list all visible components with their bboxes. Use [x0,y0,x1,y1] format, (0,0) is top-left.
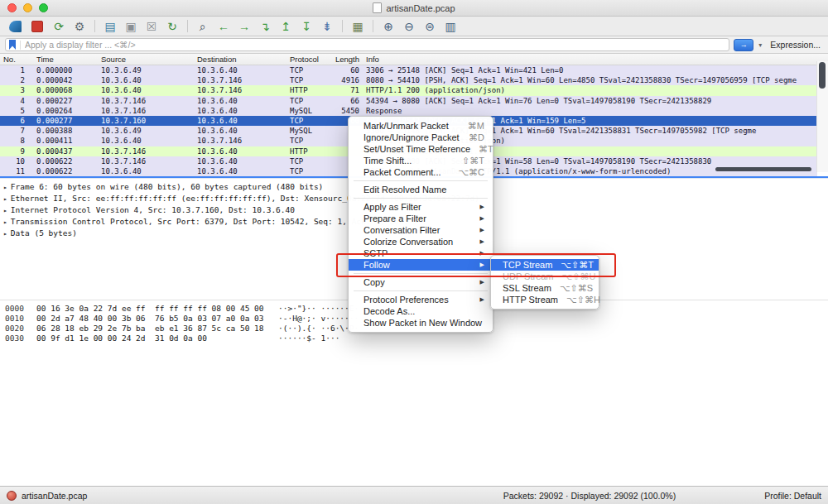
packet-cell-no: 4 [0,96,33,106]
stop-capture-icon[interactable] [31,21,43,32]
menu-item-set-unset-time-reference[interactable]: Set/Unset Time Reference⌘T [349,143,493,155]
status-profile[interactable]: Profile: Default [764,491,821,501]
colorize-packets-icon[interactable]: ▦ [348,18,368,35]
disclosure-triangle-icon[interactable]: ▸ [3,195,7,203]
menu-item-ignore-unignore-packet[interactable]: Ignore/Unignore Packet⌘D [349,132,493,143]
menu-item-label: Protocol Preferences [363,295,474,305]
packet-cell-time: 0.000622 [33,166,101,176]
packet-cell-dst: 10.3.6.40 [197,156,290,166]
hex-offset: 0010 [5,314,36,324]
menu-item-time-shift[interactable]: Time Shift...⇧⌘T [349,155,493,166]
packet-cell-info: 3306 → 25148 [ACK] Seq=1 Ack=1 Win=421 L… [361,65,817,75]
packet-cell-proto: MySQL [290,126,335,136]
disclosure-triangle-icon[interactable]: ▸ [3,230,7,238]
menu-item-sctp[interactable]: SCTP▶ [349,247,493,259]
packet-cell-proto: TCP [290,136,335,146]
menu-item-packet-comment[interactable]: Packet Comment...⌥⌘C [349,166,493,178]
go-last-packet-icon[interactable]: ↧ [296,18,316,35]
column-header-length[interactable]: Length [335,55,361,64]
menu-item-mark-unmark-packet[interactable]: Mark/Unmark Packet⌘M [349,120,493,132]
menu-item-label: Time Shift... [363,156,454,166]
zoom-window-button[interactable] [39,3,48,12]
expression-button[interactable]: Expression... [767,40,823,50]
close-window-button[interactable] [7,3,17,12]
menu-item-label: Apply as Filter [363,202,474,212]
menu-item-label: Mark/Unmark Packet [363,121,460,131]
vertical-scrollbar[interactable] [816,61,828,172]
minimize-window-button[interactable] [23,3,32,12]
menu-item-copy[interactable]: Copy▶ [349,276,493,288]
packet-row[interactable]: 50.00026410.3.7.14610.3.6.40MySQL5450Res… [0,106,817,116]
expert-info-icon[interactable] [7,491,17,501]
display-filter-input-wrap[interactable] [5,38,729,51]
packet-cell-no: 2 [0,75,33,85]
go-first-packet-icon[interactable]: ↥ [276,18,296,35]
menu-item-colorize-conversation[interactable]: Colorize Conversation▶ [349,236,493,247]
packet-cell-src: 10.3.6.40 [101,75,197,85]
menu-item-decode-as[interactable]: Decode As... [349,305,493,317]
packet-cell-dst: 10.3.6.40 [197,166,290,176]
packet-row[interactable]: 30.00006810.3.6.4010.3.7.146HTTP71HTTP/1… [0,85,817,95]
zoom-in-icon[interactable]: ⊕ [378,18,398,35]
hex-bytes: 00 2d a7 48 40 00 3b 06 76 b5 0a 03 07 a… [36,314,278,324]
save-file-icon[interactable]: ▣ [121,18,141,35]
filter-bookmark-icon[interactable] [9,40,16,50]
open-file-icon[interactable]: ▤ [100,18,120,35]
packet-cell-no: 3 [0,85,33,95]
apply-filter-button[interactable]: → [734,39,753,51]
display-filter-input[interactable] [25,40,725,50]
column-header-source[interactable]: Source [101,55,197,64]
reload-file-icon[interactable]: ↻ [162,18,182,35]
zoom-reset-icon[interactable]: ⊜ [420,18,440,35]
restart-capture-icon[interactable]: ⟳ [49,18,69,35]
go-forward-icon[interactable]: → [234,18,254,35]
packet-cell-time: 0.000411 [33,136,101,146]
toolbar-separator [373,20,373,32]
column-header-info[interactable]: Info [361,55,828,64]
filter-history-caret-icon[interactable]: ▾ [758,41,763,49]
menu-item-protocol-preferences[interactable]: Protocol Preferences▶ [349,294,493,305]
close-file-icon[interactable]: ☒ [142,18,161,35]
column-header-protocol[interactable]: Protocol [290,55,335,64]
menu-item-http-stream[interactable]: HTTP Stream⌥⇧⌘H [491,294,599,305]
find-packet-icon[interactable]: ⌕ [193,18,213,35]
zoom-out-icon[interactable]: ⊖ [399,18,419,35]
menu-item-udp-stream[interactable]: UDP Stream⌥⇧⌘U [491,271,599,282]
disclosure-triangle-icon[interactable]: ▸ [3,207,7,214]
packet-list-header: No. Time Source Destination Protocol Len… [0,54,828,65]
capture-options-icon[interactable]: ⚙ [70,18,89,35]
packet-cell-src: 10.3.6.40 [101,136,197,146]
menu-item-prepare-a-filter[interactable]: Prepare a Filter▶ [349,213,493,224]
packet-cell-src: 10.3.6.49 [101,65,197,75]
vertical-scrollbar-thumb[interactable] [819,62,826,89]
column-header-no[interactable]: No. [0,55,33,64]
packet-row[interactable]: 40.00022710.3.7.14610.3.6.40TCP6654394 →… [0,96,817,106]
menu-item-ssl-stream[interactable]: SSL Stream⌥⇧⌘S [491,282,599,294]
menu-item-tcp-stream[interactable]: TCP Stream⌥⇧⌘T [491,259,599,271]
disclosure-triangle-icon[interactable]: ▸ [3,184,7,191]
packet-row[interactable]: 20.00004210.3.6.4010.3.7.146TCP49168080 … [0,75,817,85]
start-capture-icon[interactable] [9,21,22,32]
menu-item-show-packet-in-new-window[interactable]: Show Packet in New Window [349,317,493,329]
resize-columns-icon[interactable]: ▥ [440,18,460,35]
menu-item-label: Show Packet in New Window [363,318,484,328]
menu-item-follow[interactable]: Follow▶ [349,259,493,271]
packet-cell-no: 11 [0,166,33,176]
menu-item-apply-as-filter[interactable]: Apply as Filter▶ [349,201,493,213]
menu-item-label: Conversation Filter [363,225,474,235]
packet-cell-time: 0.000068 [33,85,101,95]
go-back-icon[interactable]: ← [214,18,233,35]
go-to-packet-icon[interactable]: ↴ [255,18,275,35]
column-header-destination[interactable]: Destination [197,55,290,64]
horizontal-scrollbar-thumb[interactable] [715,167,811,171]
packet-row[interactable]: 10.00000010.3.6.4910.3.6.40TCP603306 → 2… [0,65,817,75]
packet-cell-no: 9 [0,146,33,156]
packet-cell-dst: 10.3.7.146 [197,136,290,146]
menu-item-edit-resolved-name[interactable]: Edit Resolved Name [349,184,493,195]
menu-item-conversation-filter[interactable]: Conversation Filter▶ [349,224,493,236]
disclosure-triangle-icon[interactable]: ▸ [3,218,7,226]
column-header-time[interactable]: Time [33,55,101,64]
auto-scroll-icon[interactable]: ⇟ [317,18,337,35]
hex-line[interactable]: 003000 9f d1 1e 00 00 24 2d 31 0d 0a 00·… [5,334,828,343]
packet-cell-time: 0.000622 [33,156,101,166]
